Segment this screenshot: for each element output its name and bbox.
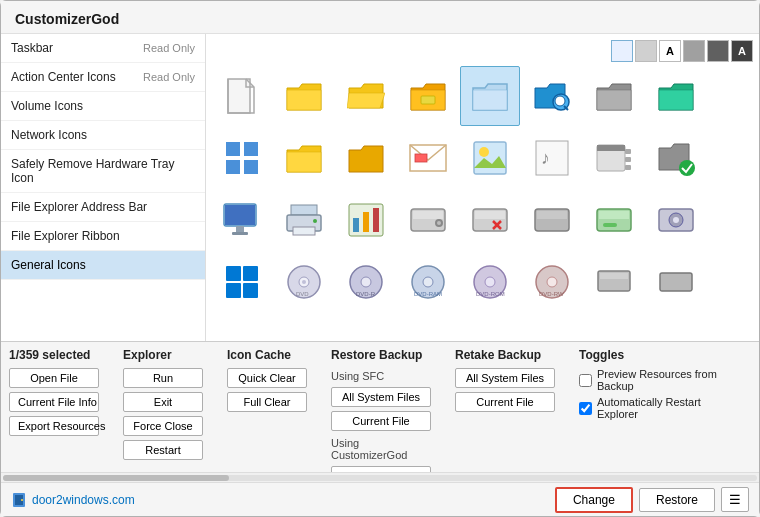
icon-cell-drive2[interactable] [646, 190, 706, 250]
icon-cell-folder-open[interactable] [336, 66, 396, 126]
icon-cell-drive-gray[interactable] [522, 190, 582, 250]
export-resources-button[interactable]: Export Resources [9, 416, 99, 436]
icon-cell-folder-green-check[interactable] [646, 128, 706, 188]
svg-rect-30 [353, 218, 359, 232]
icon-cell-folder-yellow2[interactable] [274, 128, 334, 188]
icon-cell-drive-small2[interactable] [646, 252, 706, 312]
icon-cell-folder-yellow[interactable] [274, 66, 334, 126]
folder-yellow2-icon [284, 138, 324, 178]
toggles-title: Toggles [579, 348, 739, 362]
svg-point-61 [423, 277, 433, 287]
current-file-info-button[interactable]: Current File Info [9, 392, 99, 412]
disc-dvdram-icon: DVD-RAM [408, 262, 448, 302]
svg-point-55 [302, 280, 306, 284]
svg-rect-51 [226, 283, 241, 298]
toolbar-btn-dark[interactable] [707, 40, 729, 62]
drive-icon [408, 200, 448, 240]
icon-cell-drive-x[interactable] [460, 190, 520, 250]
hscroll-track[interactable] [3, 475, 757, 481]
icon-cell-disc-dvdrom[interactable]: DVD-ROM [460, 252, 520, 312]
icon-cell-blank-file[interactable] [212, 66, 272, 126]
svg-rect-10 [415, 154, 427, 162]
icon-cell-drive-small[interactable] [584, 252, 644, 312]
icon-cell-disc-dvdr[interactable]: DVD-R [336, 252, 396, 312]
toolbar-btn-gray-light[interactable] [635, 40, 657, 62]
windows-logo-icon [222, 262, 262, 302]
exit-button[interactable]: Exit [123, 392, 203, 412]
restore-button[interactable]: Restore [639, 488, 715, 512]
icon-cell-drive-green[interactable] [584, 190, 644, 250]
restore-all-system-files-button[interactable]: All System Files [331, 387, 431, 407]
icon-cell-folder-gray[interactable] [584, 66, 644, 126]
icon-cell-folder-search[interactable] [522, 66, 582, 126]
sidebar-item-taskbar[interactable]: Taskbar Read Only [1, 34, 205, 63]
icon-cell-music[interactable]: ♪ [522, 128, 582, 188]
toggle-preview-checkbox[interactable] [579, 374, 592, 387]
sidebar-item-file-explorer-bar[interactable]: File Explorer Address Bar [1, 193, 205, 222]
icon-cell-pictures[interactable] [460, 128, 520, 188]
restore-current-file-button[interactable]: Current File [331, 411, 431, 431]
icon-cell-chart[interactable] [336, 190, 396, 250]
blank-file-icon [222, 76, 262, 116]
svg-rect-19 [625, 165, 631, 170]
sidebar-item-safely-remove[interactable]: Safely Remove Hardware Tray Icon [1, 150, 205, 193]
footer-link[interactable]: door2windows.com [11, 492, 135, 508]
toolbar-btn-a-dark[interactable]: A [731, 40, 753, 62]
icon-cell-printer[interactable] [274, 190, 334, 250]
icon-cell-folder-selected[interactable] [460, 66, 520, 126]
icon-area: A A [206, 34, 759, 341]
icon-cell-disc-dvdram[interactable]: DVD-RAM [398, 252, 458, 312]
icon-cell-win-tile[interactable] [212, 128, 272, 188]
envelope-icon [408, 138, 448, 178]
folder-open-icon [346, 76, 386, 116]
retake-all-system-button[interactable]: All System Files [455, 368, 555, 388]
icon-cell-folder-yellow3[interactable] [336, 128, 396, 188]
icon-cell-disc-dvd[interactable]: DVD [274, 252, 334, 312]
icon-cell-folder-blue[interactable] [398, 66, 458, 126]
full-clear-button[interactable]: Full Clear [227, 392, 307, 412]
open-file-button[interactable]: Open File [9, 368, 99, 388]
sidebar-item-network[interactable]: Network Icons [1, 121, 205, 150]
change-button[interactable]: Change [555, 487, 633, 513]
svg-rect-24 [232, 232, 248, 235]
force-close-button[interactable]: Force Close [123, 416, 203, 436]
svg-rect-17 [625, 149, 631, 154]
icon-cell-folder-teal[interactable] [646, 66, 706, 126]
run-button[interactable]: Run [123, 368, 203, 388]
quick-clear-button[interactable]: Quick Clear [227, 368, 307, 388]
menu-button[interactable]: ☰ [721, 487, 749, 512]
toolbar-btn-a-white[interactable]: A [659, 40, 681, 62]
icon-cell-monitor[interactable] [212, 190, 272, 250]
icon-cell-video[interactable] [584, 128, 644, 188]
chart-icon [346, 200, 386, 240]
toolbar-btn-white[interactable] [611, 40, 633, 62]
svg-text:DVD-ROM: DVD-ROM [476, 291, 505, 297]
svg-point-67 [547, 277, 557, 287]
sidebar-item-file-explorer-ribbon[interactable]: File Explorer Ribbon [1, 222, 205, 251]
toggle-restart-checkbox[interactable] [579, 402, 592, 415]
svg-point-64 [485, 277, 495, 287]
icon-cell-envelope[interactable] [398, 128, 458, 188]
svg-point-28 [313, 219, 317, 223]
sidebar-label-action-center: Action Center Icons [11, 70, 116, 84]
icon-cell-disc-dvdrw[interactable]: DVD-RW [522, 252, 582, 312]
folder-teal-icon [656, 76, 696, 116]
sidebar-readonly-taskbar: Read Only [143, 42, 195, 54]
retake-current-file-button[interactable]: Current File [455, 392, 555, 412]
horizontal-scrollbar[interactable] [1, 472, 759, 482]
icon-cell-windows-logo[interactable] [212, 252, 272, 312]
sidebar-item-general-icons[interactable]: General Icons [1, 251, 205, 280]
sidebar-item-action-center[interactable]: Action Center Icons Read Only [1, 63, 205, 92]
restart-button[interactable]: Restart [123, 440, 203, 460]
svg-rect-6 [244, 142, 258, 156]
disc-dvdrom-icon: DVD-ROM [470, 262, 510, 302]
svg-point-36 [437, 221, 441, 225]
sidebar-readonly-action-center: Read Only [143, 71, 195, 83]
svg-rect-45 [603, 223, 617, 227]
icon-cell-drive[interactable] [398, 190, 458, 250]
sidebar-item-volume[interactable]: Volume Icons [1, 92, 205, 121]
hscroll-thumb[interactable] [3, 475, 229, 481]
svg-text:♪: ♪ [541, 148, 550, 168]
monitor-icon [222, 200, 262, 240]
toolbar-btn-gray[interactable] [683, 40, 705, 62]
